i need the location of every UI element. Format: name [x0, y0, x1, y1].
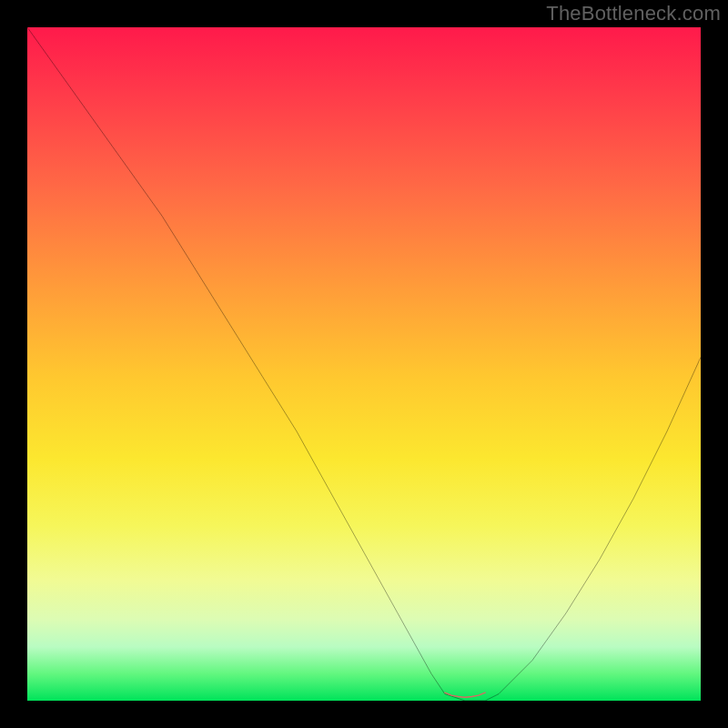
optimum-marker [445, 693, 485, 697]
watermark-text: TheBottleneck.com [546, 2, 721, 25]
plot-area [27, 27, 701, 701]
chart-container: TheBottleneck.com [0, 0, 728, 728]
curve-svg [27, 27, 701, 701]
bottleneck-curve [27, 27, 701, 701]
